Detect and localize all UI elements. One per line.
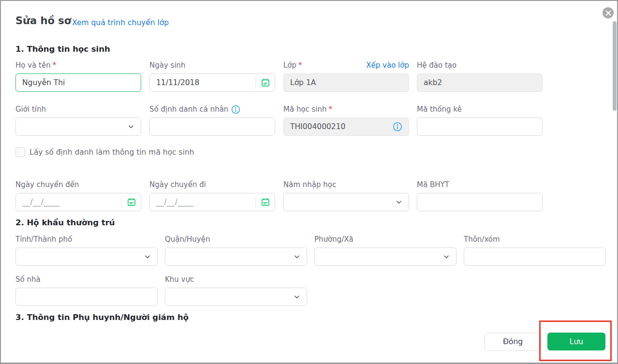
- field-stat-code: Mã thống kê: [417, 104, 543, 136]
- gender-label: Giới tính: [15, 105, 46, 114]
- transfer-in-date-placeholder: __/__/____: [16, 198, 121, 206]
- use-personal-id-checkbox-row[interactable]: Lấy số định danh làm thông tin mã học si…: [15, 147, 194, 157]
- stat-code-label: Mã thống kê: [417, 105, 462, 114]
- required-mark: *: [329, 105, 333, 114]
- enrollment-year-select[interactable]: [283, 193, 409, 211]
- field-personal-id: Số định danh cá nhân: [149, 104, 275, 136]
- chevron-down-icon: [396, 199, 402, 205]
- ward-select[interactable]: [314, 248, 456, 266]
- checkbox[interactable]: [15, 147, 25, 157]
- field-class: Lớp* Xếp vào lớp Lớp 1A: [283, 60, 409, 92]
- area-select[interactable]: [165, 288, 307, 306]
- transfer-in-date-input[interactable]: __/__/____: [15, 193, 141, 211]
- transfer-out-date-placeholder: __/__/____: [150, 198, 255, 206]
- field-enrollment-year: Năm nhập học: [283, 180, 409, 211]
- health-insurance-code-input[interactable]: [417, 193, 543, 211]
- birth-date-input[interactable]: 11/11/2018: [149, 73, 275, 92]
- district-label: Quận/Huyện: [165, 235, 210, 244]
- view-class-transfer-link[interactable]: Xem quá trình chuyển lớp: [72, 18, 169, 27]
- field-hamlet: Thôn/xóm: [464, 234, 606, 266]
- calendar-icon[interactable]: [255, 76, 275, 89]
- student-code-value: THI004000210: [290, 122, 345, 131]
- training-system-input: akb2: [417, 73, 543, 92]
- field-student-code: Mã học sinh * THI004000210: [283, 104, 409, 136]
- hamlet-input[interactable]: [464, 248, 606, 266]
- enrollment-year-label: Năm nhập học: [283, 180, 336, 189]
- province-select[interactable]: [15, 248, 158, 266]
- close-button[interactable]: Đóng: [485, 333, 541, 351]
- chevron-down-icon: [294, 253, 300, 260]
- field-house-number: Số nhà: [15, 275, 158, 306]
- field-transfer-out-date: Ngày chuyển đi __/__/____: [149, 180, 275, 211]
- field-birth-date: Ngày sinh 11/11/2018: [149, 60, 275, 92]
- ward-label: Phường/Xã: [314, 235, 353, 244]
- field-district: Quận/Huyện: [165, 234, 307, 266]
- calendar-icon[interactable]: [255, 196, 275, 208]
- info-icon[interactable]: [393, 122, 402, 131]
- dialog-title: Sửa hồ sơ: [15, 15, 71, 27]
- health-insurance-code-label: Mã BHYT: [417, 180, 449, 189]
- full-name-input[interactable]: [15, 73, 141, 92]
- section-guardian: 3. Thông tin Phụ huynh/Người giám hộ: [15, 313, 189, 322]
- checkbox-label: Lấy số định danh làm thông tin mã học si…: [29, 148, 194, 157]
- calendar-icon[interactable]: [121, 196, 141, 208]
- birth-date-value: 11/11/2018: [150, 78, 255, 87]
- info-icon[interactable]: [231, 105, 240, 114]
- class-value: Lớp 1A: [290, 78, 316, 87]
- transfer-in-date-label: Ngày chuyển đến: [15, 180, 79, 189]
- field-province: Tỉnh/Thành phố: [15, 234, 158, 266]
- district-select[interactable]: [165, 248, 307, 266]
- province-label: Tỉnh/Thành phố: [15, 235, 72, 244]
- scrollbar-thumb[interactable]: [613, 21, 617, 111]
- class-input: Lớp 1A: [283, 73, 409, 92]
- field-gender: Giới tính: [15, 104, 141, 136]
- field-area: Khu vực: [165, 275, 307, 306]
- edit-profile-dialog: Sửa hồ sơ Xem quá trình chuyển lớp 1. Th…: [0, 0, 618, 364]
- personal-id-label: Số định danh cá nhân: [149, 105, 228, 114]
- transfer-out-date-label: Ngày chuyển đi: [149, 180, 206, 189]
- gender-select[interactable]: [15, 117, 141, 136]
- transfer-out-date-input[interactable]: __/__/____: [149, 193, 275, 211]
- section-residence: 2. Hộ khẩu thường trú: [15, 218, 115, 227]
- student-code-label: Mã học sinh: [283, 105, 327, 114]
- training-system-label: Hệ đào tạo: [417, 61, 456, 70]
- chevron-down-icon: [294, 293, 300, 300]
- training-system-value: akb2: [424, 78, 442, 87]
- house-number-label: Số nhà: [15, 275, 41, 284]
- personal-id-input[interactable]: [149, 117, 275, 136]
- close-icon[interactable]: [603, 7, 614, 18]
- field-training-system: Hệ đào tạo akb2: [417, 60, 543, 92]
- section-student-info: 1. Thông tin học sinh: [15, 44, 110, 54]
- full-name-label: Họ và tên: [15, 61, 51, 70]
- field-health-insurance-code: Mã BHYT: [417, 180, 543, 211]
- birth-date-label: Ngày sinh: [149, 61, 186, 70]
- chevron-down-icon: [128, 123, 134, 130]
- required-mark: *: [298, 61, 302, 70]
- required-mark: *: [53, 61, 57, 70]
- stat-code-input[interactable]: [417, 117, 543, 136]
- chevron-down-icon: [443, 253, 450, 260]
- area-label: Khu vực: [165, 275, 194, 284]
- student-code-input: THI004000210: [283, 117, 409, 136]
- class-label: Lớp: [283, 61, 296, 70]
- house-number-input[interactable]: [15, 288, 158, 306]
- assign-to-class-link[interactable]: Xếp vào lớp: [366, 61, 409, 70]
- field-transfer-in-date: Ngày chuyển đến __/__/____: [15, 180, 141, 211]
- save-button[interactable]: Lưu: [547, 333, 605, 350]
- chevron-down-icon: [144, 253, 151, 260]
- hamlet-label: Thôn/xóm: [464, 235, 500, 244]
- field-full-name: Họ và tên *: [15, 60, 141, 92]
- field-ward: Phường/Xã: [314, 234, 456, 266]
